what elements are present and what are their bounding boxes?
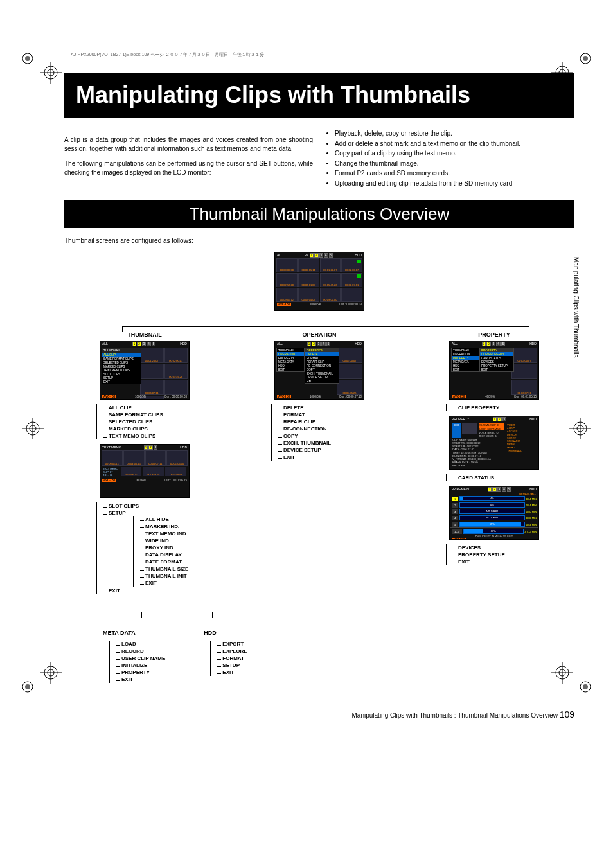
tree-item: EXIT (103, 587, 199, 594)
tree-item: RE-CONNECTION (278, 425, 374, 432)
tree-item: WIDE IND. (140, 537, 199, 544)
header-bar: AJ-HPX2000P(VOT1B27-1)E.book 109 ページ ２００… (64, 51, 574, 58)
svg-point-29 (25, 684, 30, 689)
col-title-operation: OPERATION (265, 332, 374, 338)
metadata-title: META DATA (103, 630, 165, 636)
diagram-col-operation: OPERATION ALL 12345 HDD 00:02:00.0700:05… (265, 332, 374, 599)
thumbnail-cell: 00:02:53.20 (276, 273, 298, 287)
tree-item: PROPERTY SETUP (453, 551, 549, 558)
tree-item: TEXT MEMO CLIPS (103, 432, 199, 439)
tree-item: MARKER IND. (140, 523, 199, 530)
diagram-col-thumbnail: THUMBNAIL ALL 12345 HDD 00:01:26.0700:02… (90, 332, 199, 599)
tree-item: EXIT (140, 580, 199, 587)
intro-bullet: Copy part of a clip by using the test me… (335, 149, 574, 158)
slot-badge: 4 (324, 253, 328, 258)
svg-point-25 (25, 56, 30, 61)
intro-bullet: Playback, delete, copy or restore the cl… (335, 129, 574, 138)
intro-bullet: Format P2 cards and SD memory cards. (335, 169, 574, 178)
slot-badge: 5 (329, 253, 333, 258)
tree-item: SLOT CLIPS (103, 502, 199, 509)
tree-item: THUMBNAIL INIT (140, 572, 199, 580)
hdd-block: HDD EXPORTEXPLOREFORMATSETUPEXIT (204, 630, 247, 687)
slot-badge: 2 (314, 253, 319, 258)
diagram-col-property: PROPERTY ALL 12345 HDD 00:02:00.0700:06:… (440, 332, 549, 599)
tree-item: DATA DISPLAY (140, 551, 199, 558)
tree-item: DEVICE SETUP (278, 447, 374, 454)
tree-item: CARD STATUS (453, 474, 549, 481)
footer-text: Manipulating Clips with Thumbnails : Thu… (352, 712, 558, 719)
tree-item: TEXT MEMO IND. (140, 530, 199, 537)
slot-badge: 3 (319, 253, 324, 258)
screenshot-thumbnail-main: ALL P2 12345 HDD 00:00:00.0000:00:05.110… (274, 252, 364, 311)
tree-item: USER CLIP NAME (116, 655, 165, 662)
chapter-title: Manipulating Clips with Thumbnails (64, 73, 574, 118)
screenshot-card-status: P2 REMAIN 12345 HDD REMAIN / ALL 14%0 / … (449, 486, 539, 540)
screenshot-operation-menu: ALL 12345 HDD 00:02:00.0700:05:45.26 THU… (274, 341, 364, 400)
page-number: 109 (560, 709, 574, 720)
tree-item: SETUPALL HIDEMARKER IND.TEXT MEMO IND.WI… (103, 509, 199, 587)
tree-item: EXCH. THUMBNAIL (278, 439, 374, 447)
svg-point-31 (583, 684, 588, 689)
tree-item: THUMBNAIL SIZE (140, 565, 199, 572)
thumbnail-cell: 00:05:45.26 (320, 273, 341, 287)
thumbnail-cell: 00:09:05.12 (276, 288, 298, 302)
intro-bullet: Change the thumbnail image. (335, 159, 574, 168)
col-title-property: PROPERTY (440, 332, 549, 338)
tree-item: RECORD (116, 648, 165, 655)
thumbnail-cell: 00:00:00.00 (276, 258, 298, 272)
tree-item: DEVICES (453, 544, 549, 551)
label-hdd: HDD (355, 253, 362, 258)
col-title-thumbnail: THUMBNAIL (90, 332, 199, 338)
tree-item: EXIT (217, 669, 247, 676)
svg-point-27 (583, 56, 588, 61)
thumbnail-cell: 00:03:01.04 (298, 273, 319, 287)
tree-item: EXIT (116, 676, 165, 683)
metadata-block: META DATA LOADRECORDUSER CLIP NAMEINITIA… (103, 630, 165, 687)
thumbnail-cell: 00:09:04.03 (298, 288, 319, 302)
intro-bullet: Uploading and editing clip metadata from… (335, 179, 574, 188)
label-all: ALL (277, 253, 283, 258)
tree-item: PROPERTY (116, 669, 165, 676)
tree-item: ALL HIDE (140, 516, 199, 523)
tree-item: FORMAT (217, 655, 247, 662)
thumbnail-cell: 00:06:07.11 (341, 273, 362, 287)
screenshot-textmemo: TEXT MEMO 123 HDD 00:00:05.1100:04:06.15… (100, 444, 190, 498)
tree-item: COPY (278, 432, 374, 439)
thumbnail-cell: 00:02:00.07 (341, 258, 362, 272)
chapter-title-text: Manipulating Clips with Thumbnails (76, 82, 563, 109)
tree-item: DATE FORMAT (140, 558, 199, 565)
tree-item: FORMAT (278, 411, 374, 418)
screenshot-property-menu: ALL 12345 HDD 00:02:00.0700:06:07.11 THU… (449, 341, 539, 400)
section-title: Thumbnail Manipulations Overview (64, 200, 574, 228)
tree-item: REPAIR CLIP (278, 418, 374, 425)
intro-p2: The following manipulations can be perfo… (64, 159, 313, 177)
intro: A clip is a data group that includes the… (64, 129, 574, 189)
tree-item: CLIP PROPERTY (453, 404, 549, 411)
tree-item: EXIT (453, 558, 549, 565)
intro-bullet: Add or delete a shot mark and a text mem… (335, 139, 574, 148)
slot-badge: 1 (310, 253, 314, 258)
intro-p1: A clip is a data group that includes the… (64, 136, 313, 153)
tree-item: SETUP (217, 662, 247, 669)
tree-item: LOAD (116, 641, 165, 648)
screenshot-clip-property: PROPERTY 123 HDD 0001 GLOBAL CLIP ID USE (449, 416, 539, 470)
tree-item: SELECTED CLIPS (103, 418, 199, 425)
page-footer: Manipulating Clips with Thumbnails : Thu… (64, 709, 574, 720)
section-subtext: Thumbnail screens are configured as foll… (64, 237, 574, 244)
tree-item: INITIALIZE (116, 662, 165, 669)
tree-item: EXIT (278, 454, 374, 461)
tree-item: EXPLORE (217, 648, 247, 655)
tree-item: SAME FORMAT CLIPS (103, 411, 199, 418)
thumbnail-cell (341, 288, 362, 302)
tree-item: MARKED CLIPS (103, 425, 199, 432)
tree-item: EXPORT (217, 641, 247, 648)
thumbnail-cell: 00:00:05.11 (298, 258, 319, 272)
hdd-title: HDD (204, 630, 247, 636)
tree-item: DELETE (278, 404, 374, 411)
screenshot-thumbnail-menu: ALL 12345 HDD 00:01:26.0700:02:00.0700:0… (100, 341, 190, 400)
menu-item: EXIT (102, 380, 141, 384)
tree-item: PROXY IND. (140, 544, 199, 551)
tree-item: ALL CLIP (103, 404, 199, 411)
thumbnail-cell: 00:01:26.07 (320, 258, 341, 272)
thumbnail-cell: 00:09:00.00 (320, 288, 341, 302)
